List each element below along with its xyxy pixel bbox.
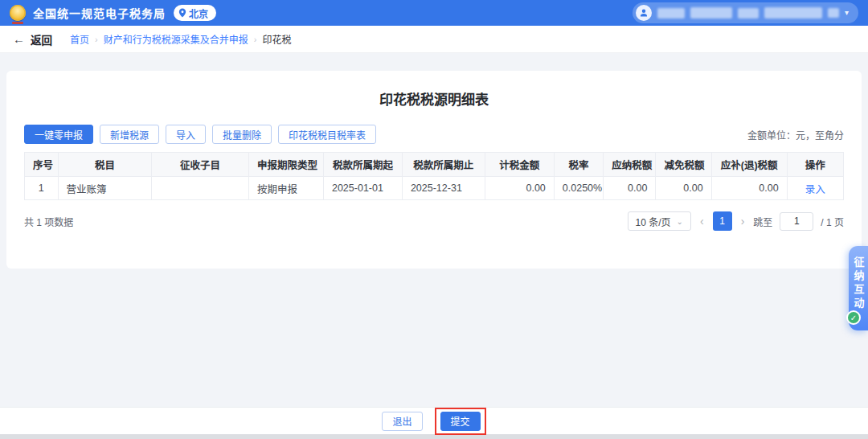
cell-period-end: 2025-12-31 [402,177,485,200]
user-account-menu[interactable]: ▾ [633,2,858,23]
col-header-period-end: 税款所属期止 [402,153,485,177]
breadcrumb-separator: › [254,35,257,44]
jump-page-input[interactable] [780,212,813,231]
page-content: 印花税税源明细表 一键零申报 新增税源 导入 批量删除 印花税税目税率表 金额单… [0,53,868,407]
cell-tax-payable: 0.00 [604,177,656,200]
table-header-row: 序号 税目 征收子目 申报期限类型 税款所属期起 税款所属期止 计税金额 税率 … [25,153,844,177]
breadcrumb-collection-module[interactable]: 财产和行为税税源采集及合并申报 [104,32,248,46]
page-size-value: 10 条/页 [636,215,671,228]
red-annotation-highlight: 提交 [435,408,486,435]
bottom-edge-strip [0,434,868,439]
cell-rate: 0.0250% [554,177,603,200]
back-button[interactable]: 返回 [31,31,52,47]
col-header-tax-payable: 应纳税额 [604,153,656,177]
submit-button[interactable]: 提交 [440,412,481,431]
cell-period-start: 2025-01-01 [323,177,402,200]
col-header-seq: 序号 [25,153,59,177]
jump-to-label: 跳至 [753,215,772,228]
col-header-taxable-amount: 计税金额 [485,153,554,177]
back-arrow-icon[interactable]: ← [13,32,25,46]
cell-taxable-amount: 0.00 [485,177,554,200]
table-row: 1 营业账簿 按期申报 2025-01-01 2025-12-31 0.00 0… [25,177,844,200]
interaction-chat-icon: ✓ [846,310,861,325]
cell-sub-item [152,177,249,200]
cell-tax-item: 营业账簿 [58,177,152,200]
page-title: 印花税税源明细表 [24,88,844,109]
footer-action-bar: 退出 提交 [0,407,868,434]
col-header-tax-due: 应补(退)税额 [711,153,787,177]
cell-period-type: 按期申报 [248,177,323,200]
location-selector[interactable]: 北京 [174,5,216,21]
breadcrumb-current-stamp-tax: 印花税 [262,32,291,46]
cell-tax-reduction: 0.00 [656,177,711,200]
user-info-redacted [657,8,685,18]
col-header-period-type: 申报期限类型 [248,153,323,177]
col-header-period-start: 税款所属期起 [323,153,402,177]
col-header-tax-reduction: 减免税额 [656,153,711,177]
user-info-redacted [738,8,759,18]
current-page-button[interactable]: 1 [713,211,732,231]
total-count-text: 共 1 项数据 [24,215,73,228]
location-pin-icon [178,8,186,18]
prev-page-button[interactable]: ‹ [698,215,706,228]
breadcrumb-home[interactable]: 首页 [70,32,89,46]
app-title: 全国统一规范电子税务局 [33,5,166,21]
toolbar: 一键零申报 新增税源 导入 批量删除 印花税税目税率表 金额单位：元，至角分 [24,125,844,144]
add-tax-source-button[interactable]: 新增税源 [100,125,159,144]
col-header-tax-item: 税目 [58,153,152,177]
tax-interaction-label: 征纳互动 [851,256,866,311]
page-size-select[interactable]: 10 条/页 ⌄ [628,211,691,231]
col-header-action: 操作 [787,153,843,177]
user-info-redacted [690,7,732,18]
total-pages-text: / 1 页 [821,215,844,228]
exit-button[interactable]: 退出 [382,412,422,431]
user-info-redacted [828,8,839,18]
import-button[interactable]: 导入 [166,125,206,144]
breadcrumb: 首页 › 财产和行为税税源采集及合并申报 › 印花税 [70,32,291,46]
tax-interaction-float-tab[interactable]: 征纳互动 ✓ [849,246,868,330]
user-info-redacted [764,7,822,18]
col-header-rate: 税率 [554,153,603,177]
breadcrumb-bar: ← 返回 首页 › 财产和行为税税源采集及合并申报 › 印花税 [0,26,868,53]
batch-delete-button[interactable]: 批量删除 [212,125,272,144]
enter-record-link[interactable]: 录入 [805,184,825,195]
caret-down-icon: ▾ [845,9,849,17]
location-label: 北京 [189,6,208,20]
col-header-sub-item: 征收子目 [152,153,249,177]
breadcrumb-separator: › [95,35,98,44]
cell-seq: 1 [25,177,59,200]
pagination-bar: 共 1 项数据 10 条/页 ⌄ ‹ 1 › 跳至 / 1 页 [24,211,844,231]
one-click-zero-declaration-button[interactable]: 一键零申报 [24,125,93,144]
top-header-bar: 全国统一规范电子税务局 北京 ▾ [0,0,868,26]
select-caret-icon: ⌄ [677,220,683,224]
tax-source-table: 序号 税目 征收子目 申报期限类型 税款所属期起 税款所属期止 计税金额 税率 … [24,152,844,200]
user-avatar-icon [636,5,652,21]
amount-unit-note: 金额单位：元，至角分 [747,128,844,142]
next-page-button[interactable]: › [739,215,747,228]
stamp-tax-detail-card: 印花税税源明细表 一键零申报 新增税源 导入 批量删除 印花税税目税率表 金额单… [6,71,862,269]
national-emblem-logo [10,5,26,21]
cell-tax-due: 0.00 [711,177,787,200]
tax-rate-table-button[interactable]: 印花税税目税率表 [278,125,376,144]
